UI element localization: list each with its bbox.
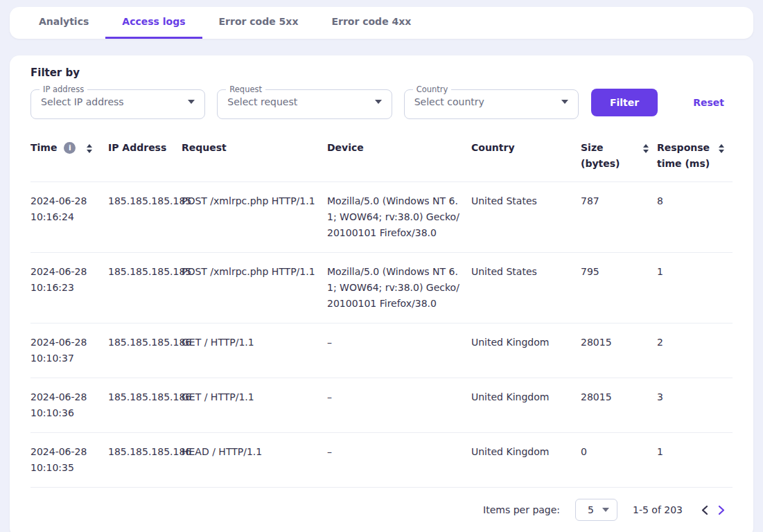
response-time-cell: 2 bbox=[657, 323, 733, 378]
ip-address-select[interactable]: IP address Select IP address bbox=[30, 86, 205, 119]
country-select-label: Country bbox=[413, 86, 452, 94]
country-cell: United States bbox=[471, 253, 581, 323]
ip-cell: 185.185.185.185 bbox=[108, 182, 182, 253]
size-cell: 787 bbox=[581, 182, 657, 253]
size-cell: 0 bbox=[581, 433, 657, 488]
request-cell: POST /xmlrpc.php HTTP/1.1 bbox=[182, 182, 327, 253]
previous-page-button[interactable] bbox=[696, 502, 713, 518]
page-size-value: 5 bbox=[588, 504, 594, 515]
column-header-response: Response time (ms) bbox=[657, 130, 733, 182]
column-header-time: Time bbox=[30, 130, 108, 182]
chevron-down-icon bbox=[602, 508, 609, 512]
response-time-cell: 8 bbox=[657, 182, 733, 253]
pagination: Items per page: 5 1-5 of 203 bbox=[30, 488, 733, 531]
tab-access-logs[interactable]: Access logs bbox=[105, 7, 202, 39]
country-cell: United Kingdom bbox=[471, 433, 581, 488]
chevron-down-icon bbox=[561, 100, 568, 104]
table-row: 2024-06-2810:16:23 185.185.185.185 POST … bbox=[30, 253, 733, 323]
request-cell: HEAD / HTTP/1.1 bbox=[182, 433, 327, 488]
time-cell: 2024-06-2810:16:24 bbox=[30, 182, 108, 253]
time-cell: 2024-06-2810:10:36 bbox=[30, 378, 108, 433]
info-icon[interactable] bbox=[64, 142, 76, 154]
page-range-label: 1-5 of 203 bbox=[633, 504, 683, 515]
access-logs-table: Time IP Address Request Device Country S… bbox=[30, 130, 733, 488]
filter-heading: Filter by bbox=[30, 66, 733, 79]
request-cell: POST /xmlrpc.php HTTP/1.1 bbox=[182, 253, 327, 323]
time-cell: 2024-06-2810:10:35 bbox=[30, 433, 108, 488]
chevron-down-icon bbox=[188, 100, 195, 104]
tab-error-4xx[interactable]: Error code 4xx bbox=[315, 7, 428, 39]
tab-bar: Analytics Access logs Error code 5xx Err… bbox=[10, 7, 753, 39]
table-row: 2024-06-2810:10:35 185.185.185.186 HEAD … bbox=[30, 433, 733, 488]
ip-cell: 185.185.185.186 bbox=[108, 323, 182, 378]
items-per-page-label: Items per page: bbox=[483, 504, 560, 515]
country-select-placeholder: Select country bbox=[414, 96, 484, 107]
ip-cell: 185.185.185.186 bbox=[108, 378, 182, 433]
request-select-label: Request bbox=[226, 86, 265, 94]
reset-button[interactable]: Reset bbox=[685, 90, 733, 115]
size-cell: 28015 bbox=[581, 323, 657, 378]
country-cell: United States bbox=[471, 182, 581, 253]
ip-address-select-placeholder: Select IP address bbox=[41, 96, 124, 107]
device-cell: Mozilla/5.0 (Windows NT 6.1; WOW64; rv:3… bbox=[327, 182, 471, 253]
ip-cell: 185.185.185.185 bbox=[108, 253, 182, 323]
ip-cell: 185.185.185.186 bbox=[108, 433, 182, 488]
sort-icon[interactable] bbox=[87, 144, 92, 153]
column-header-country: Country bbox=[471, 130, 581, 182]
sort-icon[interactable] bbox=[719, 144, 724, 153]
time-cell: 2024-06-2810:16:23 bbox=[30, 253, 108, 323]
response-time-cell: 1 bbox=[657, 433, 733, 488]
request-cell: GET / HTTP/1.1 bbox=[182, 323, 327, 378]
device-cell: – bbox=[327, 433, 471, 488]
table-row: 2024-06-2810:16:24 185.185.185.185 POST … bbox=[30, 182, 733, 253]
chevron-right-icon bbox=[718, 505, 725, 515]
device-cell: – bbox=[327, 378, 471, 433]
filter-row: IP address Select IP address Request Sel… bbox=[30, 86, 733, 119]
table-row: 2024-06-2810:10:37 185.185.185.186 GET /… bbox=[30, 323, 733, 378]
ip-address-select-label: IP address bbox=[40, 86, 87, 94]
table-row: 2024-06-2810:10:36 185.185.185.186 GET /… bbox=[30, 378, 733, 433]
response-time-cell: 3 bbox=[657, 378, 733, 433]
time-cell: 2024-06-2810:10:37 bbox=[30, 323, 108, 378]
request-select[interactable]: Request Select request bbox=[217, 86, 392, 119]
filter-button[interactable]: Filter bbox=[591, 89, 658, 116]
column-header-ip: IP Address bbox=[108, 130, 182, 182]
chevron-left-icon bbox=[701, 505, 708, 515]
tab-error-5xx[interactable]: Error code 5xx bbox=[202, 7, 315, 39]
sort-icon[interactable] bbox=[643, 144, 649, 153]
access-logs-panel: Filter by IP address Select IP address R… bbox=[10, 55, 753, 532]
tab-analytics[interactable]: Analytics bbox=[22, 7, 105, 39]
table-header-row: Time IP Address Request Device Country S… bbox=[30, 130, 733, 182]
request-select-placeholder: Select request bbox=[227, 96, 297, 107]
country-cell: United Kingdom bbox=[471, 378, 581, 433]
country-cell: United Kingdom bbox=[471, 323, 581, 378]
chevron-down-icon bbox=[375, 100, 382, 104]
country-select[interactable]: Country Select country bbox=[404, 86, 579, 119]
response-time-cell: 1 bbox=[657, 253, 733, 323]
size-cell: 795 bbox=[581, 253, 657, 323]
page-size-select[interactable]: 5 bbox=[575, 499, 617, 521]
column-header-request: Request bbox=[182, 130, 327, 182]
device-cell: – bbox=[327, 323, 471, 378]
column-header-size: Size (bytes) bbox=[581, 130, 657, 182]
device-cell: Mozilla/5.0 (Windows NT 6.1; WOW64; rv:3… bbox=[327, 253, 471, 323]
size-cell: 28015 bbox=[581, 378, 657, 433]
request-cell: GET / HTTP/1.1 bbox=[182, 378, 327, 433]
column-header-device: Device bbox=[327, 130, 471, 182]
next-page-button[interactable] bbox=[713, 502, 730, 518]
